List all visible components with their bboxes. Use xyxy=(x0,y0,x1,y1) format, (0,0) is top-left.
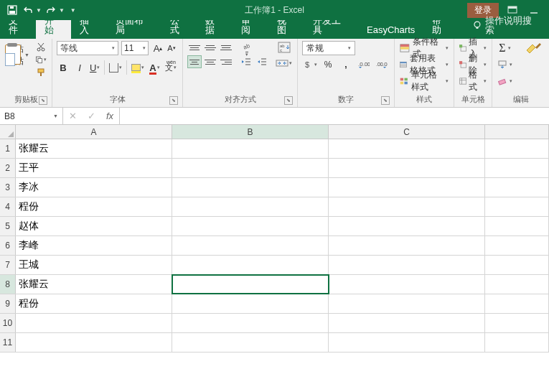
cell[interactable] xyxy=(485,236,549,255)
cell[interactable] xyxy=(485,256,549,274)
decrease-indent-button[interactable] xyxy=(239,55,253,68)
cell[interactable] xyxy=(485,178,549,197)
cell[interactable] xyxy=(485,197,549,216)
cell[interactable] xyxy=(172,294,329,313)
qat-customize-icon[interactable]: ▼ xyxy=(70,7,76,14)
font-color-button[interactable]: A▾ xyxy=(148,60,161,75)
decrease-decimal-button[interactable]: .00.0 xyxy=(374,57,390,72)
align-middle-button[interactable] xyxy=(203,41,217,54)
percent-button[interactable]: % xyxy=(320,57,336,72)
copy-button[interactable]: ▾ xyxy=(34,54,47,65)
cell[interactable] xyxy=(329,197,485,216)
format-cells-button[interactable]: 格式▾ xyxy=(459,74,487,88)
cell[interactable]: 王平 xyxy=(16,159,172,177)
font-name-select[interactable]: 等线▾ xyxy=(57,41,118,55)
cell[interactable] xyxy=(329,236,485,255)
cell[interactable]: 张耀云 xyxy=(16,139,172,158)
number-format-select[interactable]: 常规▾ xyxy=(302,41,355,55)
undo-icon[interactable] xyxy=(22,4,34,17)
cell[interactable] xyxy=(172,159,329,177)
alignment-launcher-icon[interactable]: ⬊ xyxy=(284,96,293,105)
cell[interactable] xyxy=(485,217,549,235)
format-painter-button[interactable] xyxy=(34,67,47,78)
wrap-text-button[interactable]: abc xyxy=(275,41,293,54)
align-top-button[interactable] xyxy=(187,41,202,54)
underline-button[interactable]: U▾ xyxy=(90,60,105,75)
fill-button[interactable]: ▾ xyxy=(497,57,513,72)
name-box[interactable]: B8▼ xyxy=(0,108,63,124)
redo-dropdown-icon[interactable]: ▼ xyxy=(59,7,65,14)
cell[interactable] xyxy=(329,314,485,332)
increase-font-button[interactable]: A▴ xyxy=(151,41,164,55)
cancel-icon[interactable]: ✕ xyxy=(63,111,82,121)
cell[interactable] xyxy=(172,256,329,274)
cell[interactable] xyxy=(172,314,329,332)
cell[interactable]: 张耀云 xyxy=(16,275,172,294)
cell[interactable] xyxy=(172,333,329,352)
fill-color-button[interactable]: ▾ xyxy=(131,60,144,75)
row-header[interactable]: 11 xyxy=(0,333,16,352)
paste-button[interactable]: 粘贴 ▼ xyxy=(4,41,30,68)
cell[interactable] xyxy=(485,294,549,313)
align-left-button[interactable] xyxy=(187,55,202,68)
cell[interactable] xyxy=(172,139,329,158)
font-size-select[interactable]: 11▾ xyxy=(121,41,149,55)
clipboard-launcher-icon[interactable]: ⬊ xyxy=(39,96,47,105)
row-header[interactable]: 8 xyxy=(0,275,16,294)
cut-button[interactable] xyxy=(34,41,47,52)
cell[interactable]: 李峰 xyxy=(16,236,172,255)
cell[interactable] xyxy=(329,159,485,177)
number-launcher-icon[interactable]: ⬊ xyxy=(381,96,390,105)
cell[interactable] xyxy=(485,139,549,158)
cell[interactable] xyxy=(16,314,172,332)
cell[interactable] xyxy=(485,275,549,294)
increase-decimal-button[interactable]: .0.00 xyxy=(356,57,372,72)
row-header[interactable]: 3 xyxy=(0,178,16,197)
row-header[interactable]: 5 xyxy=(0,217,16,235)
cell[interactable] xyxy=(172,197,329,216)
autosum-button[interactable]: Σ▾ xyxy=(497,41,513,55)
save-icon[interactable] xyxy=(6,4,19,17)
border-button[interactable]: ▾ xyxy=(109,60,127,75)
enter-icon[interactable]: ✓ xyxy=(82,111,100,121)
cell[interactable]: 程份 xyxy=(16,197,172,216)
align-right-button[interactable] xyxy=(219,55,233,68)
cell[interactable] xyxy=(329,217,485,235)
cell[interactable] xyxy=(485,333,549,352)
row-header[interactable]: 6 xyxy=(0,236,16,255)
italic-button[interactable]: I xyxy=(73,60,86,75)
align-center-button[interactable] xyxy=(203,55,217,68)
column-header[interactable] xyxy=(485,125,549,139)
row-header[interactable]: 2 xyxy=(0,159,16,177)
decrease-font-button[interactable]: A▾ xyxy=(165,41,178,55)
cell[interactable] xyxy=(172,217,329,235)
row-header[interactable]: 9 xyxy=(0,294,16,313)
cell[interactable]: 赵体 xyxy=(16,217,172,235)
tell-me-search[interactable]: 操作说明搜索 xyxy=(464,12,549,39)
cell[interactable]: 王城 xyxy=(16,256,172,274)
column-header[interactable]: B xyxy=(172,125,329,139)
cell[interactable] xyxy=(172,178,329,197)
highlighter-button[interactable] xyxy=(523,41,545,54)
cell[interactable] xyxy=(329,256,485,274)
cell[interactable] xyxy=(329,178,485,197)
cell-styles-button[interactable]: 单元格样式▾ xyxy=(399,74,449,88)
increase-indent-button[interactable] xyxy=(255,55,269,68)
formula-input[interactable] xyxy=(120,108,549,124)
cell[interactable] xyxy=(485,314,549,332)
row-header[interactable]: 10 xyxy=(0,314,16,332)
clear-button[interactable]: ▾ xyxy=(497,74,513,88)
select-all-corner[interactable] xyxy=(0,125,16,139)
comma-button[interactable]: , xyxy=(338,57,354,72)
phonetic-button[interactable]: wén文▾ xyxy=(164,60,177,75)
align-bottom-button[interactable] xyxy=(219,41,233,54)
font-launcher-icon[interactable]: ⬊ xyxy=(169,96,178,105)
undo-dropdown-icon[interactable]: ▼ xyxy=(36,7,42,14)
cell[interactable] xyxy=(485,159,549,177)
row-header[interactable]: 1 xyxy=(0,139,16,158)
cell[interactable]: 程份 xyxy=(16,294,172,313)
cell[interactable] xyxy=(172,236,329,255)
row-header[interactable]: 7 xyxy=(0,256,16,274)
merge-center-button[interactable]: ▾ xyxy=(275,57,293,70)
bold-button[interactable]: B xyxy=(57,60,70,75)
